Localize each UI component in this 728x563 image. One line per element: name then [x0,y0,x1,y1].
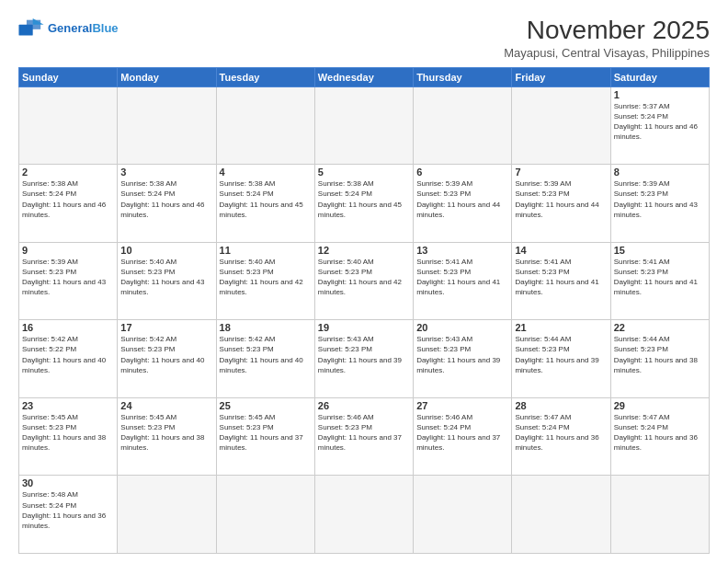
logo-general: General [48,21,92,35]
day-23: 23 Sunrise: 5:45 AMSunset: 5:23 PMDaylig… [19,397,118,476]
calendar: Sunday Monday Tuesday Wednesday Thursday… [18,67,710,554]
header-saturday: Saturday [610,67,709,86]
svg-marker-2 [33,18,44,25]
empty-cell [19,86,118,165]
week-row-4: 16 Sunrise: 5:42 AMSunset: 5:22 PMDaylig… [19,320,710,398]
day-17: 17 Sunrise: 5:42 AMSunset: 5:23 PMDaylig… [118,320,216,398]
location: Mayapusi, Central Visayas, Philippines [504,46,710,60]
day-12: 12 Sunrise: 5:40 AMSunset: 5:23 PMDaylig… [314,242,413,320]
header: GeneralBlue November 2025 Mayapusi, Cent… [18,15,710,60]
header-monday: Monday [118,67,216,86]
empty-cell [118,86,216,165]
day-7: 7 Sunrise: 5:39 AMSunset: 5:23 PMDayligh… [512,165,610,243]
day-3: 3 Sunrise: 5:38 AMSunset: 5:24 PMDayligh… [118,165,216,243]
logo: GeneralBlue [18,18,119,39]
day-14: 14 Sunrise: 5:41 AMSunset: 5:23 PMDaylig… [512,242,610,320]
day-20: 20 Sunrise: 5:43 AMSunset: 5:23 PMDaylig… [414,320,512,398]
empty-cell [512,476,610,554]
page: GeneralBlue November 2025 Mayapusi, Cent… [0,0,728,563]
day-22: 22 Sunrise: 5:44 AMSunset: 5:23 PMDaylig… [610,320,709,398]
empty-cell [216,476,314,554]
day-24: 24 Sunrise: 5:45 AMSunset: 5:23 PMDaylig… [118,397,216,476]
header-friday: Friday [512,67,610,86]
week-row-3: 9 Sunrise: 5:39 AMSunset: 5:23 PMDayligh… [19,242,710,320]
day-13: 13 Sunrise: 5:41 AMSunset: 5:23 PMDaylig… [414,242,512,320]
day-18: 18 Sunrise: 5:42 AMSunset: 5:23 PMDaylig… [216,320,314,398]
week-row-6: 30 Sunrise: 5:48 AMSunset: 5:24 PMDaylig… [19,476,710,554]
week-row-5: 23 Sunrise: 5:45 AMSunset: 5:23 PMDaylig… [19,397,710,476]
header-sunday: Sunday [19,67,118,86]
day-26: 26 Sunrise: 5:46 AMSunset: 5:23 PMDaylig… [314,397,413,476]
empty-cell [118,476,216,554]
day-28: 28 Sunrise: 5:47 AMSunset: 5:24 PMDaylig… [512,397,610,476]
logo-text: GeneralBlue [48,22,119,35]
day-16: 16 Sunrise: 5:42 AMSunset: 5:22 PMDaylig… [19,320,118,398]
empty-cell [414,86,512,165]
empty-cell [216,86,314,165]
header-wednesday: Wednesday [314,67,413,86]
day-27: 27 Sunrise: 5:46 AMSunset: 5:24 PMDaylig… [414,397,512,476]
day-30: 30 Sunrise: 5:48 AMSunset: 5:24 PMDaylig… [19,476,118,554]
day-1: 1 Sunrise: 5:37 AMSunset: 5:24 PMDayligh… [610,86,709,165]
day-8: 8 Sunrise: 5:39 AMSunset: 5:23 PMDayligh… [610,165,709,243]
day-9: 9 Sunrise: 5:39 AMSunset: 5:23 PMDayligh… [19,242,118,320]
header-tuesday: Tuesday [216,67,314,86]
day-5: 5 Sunrise: 5:38 AMSunset: 5:24 PMDayligh… [314,165,413,243]
day-29: 29 Sunrise: 5:47 AMSunset: 5:24 PMDaylig… [610,397,709,476]
header-thursday: Thursday [414,67,512,86]
day-6: 6 Sunrise: 5:39 AMSunset: 5:23 PMDayligh… [414,165,512,243]
day-15: 15 Sunrise: 5:41 AMSunset: 5:23 PMDaylig… [610,242,709,320]
title-block: November 2025 Mayapusi, Central Visayas,… [504,15,710,60]
day-19: 19 Sunrise: 5:43 AMSunset: 5:23 PMDaylig… [314,320,413,398]
month-title: November 2025 [504,15,710,46]
logo-blue: Blue [92,21,118,35]
empty-cell [314,86,413,165]
empty-cell [414,476,512,554]
day-10: 10 Sunrise: 5:40 AMSunset: 5:23 PMDaylig… [118,242,216,320]
day-4: 4 Sunrise: 5:38 AMSunset: 5:24 PMDayligh… [216,165,314,243]
week-row-1: 1 Sunrise: 5:37 AMSunset: 5:24 PMDayligh… [19,86,710,165]
day-21: 21 Sunrise: 5:44 AMSunset: 5:23 PMDaylig… [512,320,610,398]
weekday-header-row: Sunday Monday Tuesday Wednesday Thursday… [19,67,710,86]
empty-cell [610,476,709,554]
empty-cell [512,86,610,165]
day-25: 25 Sunrise: 5:45 AMSunset: 5:23 PMDaylig… [216,397,314,476]
week-row-2: 2 Sunrise: 5:38 AMSunset: 5:24 PMDayligh… [19,165,710,243]
day-11: 11 Sunrise: 5:40 AMSunset: 5:23 PMDaylig… [216,242,314,320]
day-2: 2 Sunrise: 5:38 AMSunset: 5:24 PMDayligh… [19,165,118,243]
empty-cell [314,476,413,554]
generalblue-icon [18,18,44,39]
